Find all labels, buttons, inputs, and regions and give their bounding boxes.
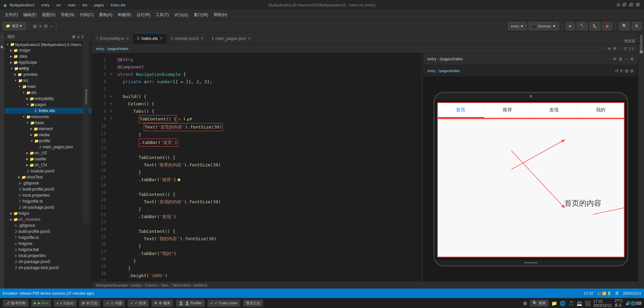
tree-hvigorfile[interactable]: ▶ T hvigorfile.ts xyxy=(5,198,92,204)
fold-3[interactable]: ▼ xyxy=(109,71,113,78)
debug-button[interactable]: 🐛 xyxy=(590,22,600,30)
tree-src[interactable]: ▼ 📁 src xyxy=(5,78,92,84)
menu-code[interactable]: 代码(C) xyxy=(78,11,96,18)
tree-hvigor2[interactable]: ▶ 📁 hvigor xyxy=(5,210,92,216)
screen-icon[interactable]: ⊡ xyxy=(624,46,627,51)
menu-help[interactable]: 帮助(H) xyxy=(212,11,229,18)
fold-5[interactable] xyxy=(109,86,113,93)
preview-log-btn[interactable]: 预览日志 xyxy=(243,300,263,307)
breadcrumb-ets[interactable]: ets xyxy=(82,3,87,7)
layout-icon-1[interactable]: ⊞ xyxy=(33,23,37,29)
taskbar-folders[interactable]: 📁 xyxy=(551,301,557,306)
tree-en-us[interactable]: ▶ 📁 en_US xyxy=(5,150,92,156)
pt-icon2[interactable]: ↻ xyxy=(620,68,624,73)
done-btn[interactable]: ✓ ✓ 结清 xyxy=(128,300,149,307)
menu-refactor[interactable]: 重构(A) xyxy=(97,11,114,18)
code-editor[interactable]: 12345 678910 1112131415 1617181920 21222… xyxy=(92,53,423,281)
menu-edit[interactable]: 编辑(E) xyxy=(21,11,39,18)
breadcrumb-indexets[interactable]: Index.ets xyxy=(110,3,126,7)
breadcrumb-pages[interactable]: pages xyxy=(94,3,104,7)
tree-ets[interactable]: ▼ 📁 ets xyxy=(5,90,92,96)
tab-module-json5[interactable]: J module.json5 ✕ xyxy=(167,33,208,44)
breadcrumb-entry[interactable]: entry xyxy=(41,3,49,7)
windows-icon[interactable]: ⊞ xyxy=(523,301,527,306)
menu-window[interactable]: 窗口(W) xyxy=(192,11,210,18)
tree-ohostest[interactable]: ▶ 📁 ohosTest xyxy=(5,174,92,180)
fold-7[interactable]: ▼ xyxy=(109,100,113,108)
preview-more-icon[interactable]: ⋯ xyxy=(624,57,628,61)
profiler-btn[interactable]: 🔬 🔬 Profiler xyxy=(176,300,205,307)
tree-hvigorfile2[interactable]: ▶ T hvigorfile.ts xyxy=(5,235,92,241)
tab-indexets[interactable]: E Index.ets ✕ xyxy=(133,33,167,44)
tree-rawfile[interactable]: ▶ 📁 rawfile xyxy=(5,156,92,162)
tree-base[interactable]: ▼ 📁 base xyxy=(5,120,92,126)
fold-4[interactable] xyxy=(109,78,113,86)
search-button[interactable]: 🔍 xyxy=(619,22,630,30)
menu-view[interactable]: 视图(V) xyxy=(40,11,57,18)
version-control-btn[interactable]: ⎇ 版本控制 xyxy=(3,300,29,307)
fold-9[interactable]: ▼ xyxy=(109,115,113,122)
pt-icon3[interactable]: ⊞ xyxy=(625,68,629,73)
tree-oh-package[interactable]: ▶ J oh-package.json5 xyxy=(5,204,92,210)
activity-explorer[interactable]: ≡ xyxy=(0,32,5,42)
device-selector[interactable]: 📱 Devices ▼ xyxy=(529,22,559,30)
tree-resources[interactable]: ▼ 📁 resources xyxy=(5,114,92,120)
problems-btn[interactable]: ⚠ ⚠ 问题 xyxy=(103,300,125,307)
minimize-button[interactable]: — xyxy=(623,3,627,7)
notifications-label[interactable]: Notifications xyxy=(639,34,643,54)
layout-icon-2[interactable]: ≡ xyxy=(39,23,42,29)
preview-settings-icon[interactable]: ⚙ xyxy=(630,57,634,61)
maximize-button[interactable]: □ xyxy=(629,3,634,7)
tree-media[interactable]: ▶ 📁 media xyxy=(5,132,92,138)
tree-oh-modules[interactable]: ▶ 📁 oh_modules xyxy=(5,216,92,222)
preview-toggle[interactable]: 预览器 xyxy=(624,39,635,44)
tree-main[interactable]: ▼ 📁 main xyxy=(5,84,92,90)
todo-btn[interactable]: ≡ ≡ TODO xyxy=(54,300,76,307)
tab-main-pages[interactable]: J main_pages.json ✕ xyxy=(208,33,255,44)
sidebar-icon-list[interactable]: ≡ xyxy=(77,35,79,39)
tree-oh-package-lock[interactable]: ▶ J oh-package-lock.json5 xyxy=(5,265,92,271)
breadcrumb-main[interactable]: main xyxy=(68,3,76,7)
services-btn[interactable]: ⚙ ⚙ 服务 xyxy=(151,300,173,307)
tree-preview[interactable]: ▶ 📁 .preview xyxy=(5,71,92,78)
split-icon[interactable]: ⊞ xyxy=(613,46,616,51)
menu-vcs[interactable]: VCS(G) xyxy=(172,12,190,18)
menu-build[interactable]: 构建(B) xyxy=(116,11,133,18)
search-taskbar[interactable]: 🔍 搜索 xyxy=(530,300,549,307)
tree-root[interactable]: ▼ 📁 MyApplication2 [MyApplication] E:\Ha… xyxy=(5,42,92,47)
tree-local-properties2[interactable]: ▶ ≡ local.properties xyxy=(5,253,92,259)
run-button[interactable]: ▶ xyxy=(566,22,575,30)
fold-6[interactable]: ▼ xyxy=(109,93,113,100)
tree-build-profile[interactable]: ▶ J build-profile.json5 xyxy=(5,186,92,192)
tree-pages[interactable]: ▼ 📁 pages xyxy=(5,102,92,108)
tree-hvigorw[interactable]: ▶ ≡ hvigorw xyxy=(5,241,92,247)
pt-icon4[interactable]: ⚙ xyxy=(630,68,634,73)
tree-profile[interactable]: ▼ 📁 profile xyxy=(5,138,92,144)
pt-icon1[interactable]: ↺ xyxy=(615,68,618,73)
project-dropdown[interactable]: 📁 项目▼ xyxy=(3,22,26,30)
entry-selector[interactable]: entry ▼ xyxy=(508,22,527,30)
settings-button-3[interactable]: ⚙ xyxy=(632,22,641,30)
menu-nav[interactable]: 导航(N) xyxy=(59,11,77,18)
tree-main-pages[interactable]: ▶ J main_pages.json xyxy=(5,144,92,150)
tree-local-properties[interactable]: ▶ ≡ local.properties xyxy=(5,192,92,198)
fold-2[interactable] xyxy=(109,63,113,71)
preview-tab-discover[interactable]: 发现 xyxy=(531,103,578,118)
preview-eye-icon[interactable]: 👁 xyxy=(613,57,617,61)
taskbar-music[interactable]: 🎵 xyxy=(568,301,574,306)
tree-entryability[interactable]: ▶ 📁 entryability xyxy=(5,96,92,102)
tree-oh-package2[interactable]: ▶ J oh-package.json5 xyxy=(5,259,92,265)
stop-button[interactable]: ⏹ xyxy=(602,22,612,30)
preview-tab-recommend[interactable]: 推荐 xyxy=(484,103,531,118)
log-btn[interactable]: ⊞ ⊞ 日志 xyxy=(79,300,100,307)
settings-icon[interactable]: ⚙ xyxy=(616,2,620,7)
tree-hvigor[interactable]: ▶ 📁 .hvigor xyxy=(5,47,92,53)
menu-tools[interactable]: 工具(T) xyxy=(153,11,171,18)
bookmarks-label[interactable]: Bookmarks xyxy=(85,89,88,104)
breadcrumb-src[interactable]: src xyxy=(56,3,61,7)
preview-tab-home[interactable]: 首页 xyxy=(438,103,485,118)
tab-close-mainpages[interactable]: ✕ xyxy=(248,37,250,40)
settings-icon-2[interactable]: ⚙ xyxy=(44,23,48,29)
menu-run[interactable]: 运行(R) xyxy=(135,11,152,18)
linter-btn[interactable]: ✓ ✓ Code Linter xyxy=(208,300,240,307)
